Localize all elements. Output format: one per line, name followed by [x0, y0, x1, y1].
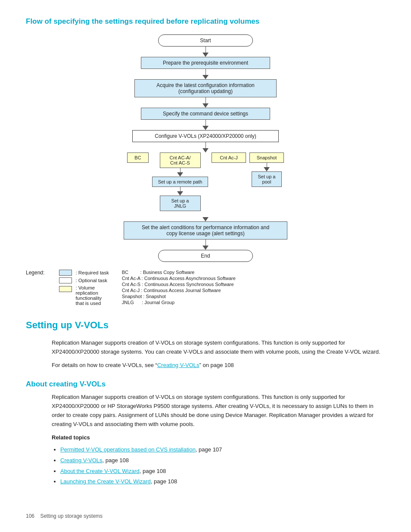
related-topics-label: Related topics [52, 433, 385, 442]
legend-volrep-label: : Volumereplicationfunctionalitythat is … [75, 285, 102, 306]
legend-def-snapshot: Snapshot : Snapshot [122, 294, 236, 299]
arrow-line-4 [206, 120, 206, 126]
vvols-creating-link[interactable]: Creating V-VOLs [157, 362, 199, 368]
legend-def-bc: BC : Business Copy Software [122, 270, 236, 275]
flow-step3: Specify the command device settings [141, 108, 270, 120]
related-suffix-2: , page 108 [103, 457, 129, 464]
vvols-body1: Replication Manager supports creation of… [52, 339, 385, 357]
legend-def-cnt-ac-a: Cnt Ac-A : Continuous Access Asynchronou… [122, 276, 236, 281]
legend-label: Legend: [26, 270, 44, 306]
vvols-body2-prefix: For details on how to create V-VOLs, see… [52, 362, 157, 368]
related-link-4[interactable]: Launching the Create V-VOL Wizard [60, 478, 151, 485]
related-topics-list: Permitted V-VOL operations based on CVS … [60, 445, 385, 487]
cnt-ac-arrow-line [180, 168, 181, 172]
flow-step4: Configure V-VOLs (XP24000/XP20000 only) [132, 130, 279, 142]
related-item-4: Launching the Create V-VOL Wizard, page … [60, 476, 385, 487]
flow-snapshot: Snapshot [249, 152, 284, 163]
snapshot-arrow [264, 167, 270, 171]
legend-required-label: : Required task [75, 270, 109, 275]
arrow-6 [202, 217, 209, 221]
remote-path-arrow-line [180, 187, 181, 191]
arrow-4 [202, 126, 209, 130]
vvols-body2: For details on how to create V-VOLs, see… [52, 361, 385, 370]
cnt-ac-j-col: Cnt Ac-J [212, 152, 246, 163]
flow-cnt-ac: Cnt AC-A/Cnt AC-S [160, 152, 201, 168]
cnt-ac-arrow [177, 172, 183, 177]
legend-volrep: : Volumereplicationfunctionalitythat is … [59, 285, 109, 306]
legend-required: : Required task [59, 270, 109, 276]
flow-step1: Prepare the prerequisite environment [141, 57, 270, 69]
related-suffix-3: , page 108 [140, 468, 166, 474]
legend-definitions: BC : Business Copy Software Cnt Ac-A : C… [122, 270, 236, 306]
legend-optional-box [59, 277, 72, 283]
legend-def-jnlg: JNLG : Journal Group [122, 300, 236, 305]
related-link-1[interactable]: Permitted V-VOL operations based on CVS … [60, 446, 196, 453]
related-suffix-4: , page 108 [151, 478, 177, 485]
bc-col: BC [127, 152, 149, 163]
arrow-2 [202, 75, 209, 79]
flow-pool: Set up apool [252, 171, 282, 187]
legend-items: : Required task : Optional task : Volume… [59, 270, 109, 306]
snapshot-arrow-line [267, 163, 267, 167]
arrow-line-3 [206, 97, 206, 103]
vvols-body2-suffix: ” on page 108 [199, 362, 234, 368]
remote-path-arrow [177, 191, 183, 196]
related-suffix-1: , page 107 [196, 446, 222, 453]
flow-end: End [158, 250, 253, 262]
legend-area: Legend: : Required task : Optional task … [26, 270, 385, 306]
arrow-line-7 [206, 240, 206, 246]
arrow-3 [202, 103, 209, 108]
vvols-title: Setting up V-VOLs [26, 320, 385, 331]
related-link-3[interactable]: About the Create V-VOL Wizard [60, 468, 140, 474]
cnt-ac-col: Cnt AC-A/Cnt AC-S Set up a remote path S… [152, 152, 208, 211]
footer-text: Setting up storage systems [40, 513, 103, 519]
arrow-7 [202, 246, 209, 250]
flow-title: Flow of specifying the settings required… [26, 17, 385, 26]
arrow-line-5 [206, 142, 206, 148]
flow-bc: BC [127, 152, 149, 163]
related-item-2: Creating V-VOLs, page 108 [60, 455, 385, 466]
flow-step2: Acquire the latest configuration informa… [134, 79, 277, 97]
legend-volrep-box [59, 286, 72, 292]
footer-page: 106 [26, 513, 34, 519]
flow-jnlg: Set up aJNLG [160, 196, 201, 211]
snapshot-col: Snapshot Set up apool [249, 152, 284, 187]
legend-required-box [59, 270, 72, 276]
legend-def-cnt-ac-s: Cnt Ac-S : Continuous Access Synchronous… [122, 282, 236, 287]
arrow-line-2 [206, 69, 206, 75]
arrow-5 [202, 148, 209, 152]
about-vvols-title: About creating V-VOLs [26, 380, 385, 389]
flow-diagram: Start Prepare the prerequisite environme… [26, 34, 385, 262]
branch-row: BC Cnt AC-A/Cnt AC-S Set up a remote pat… [127, 152, 284, 211]
related-item-1: Permitted V-VOL operations based on CVS … [60, 445, 385, 455]
flow-step5: Set the alert conditions for performance… [124, 221, 287, 240]
related-link-2[interactable]: Creating V-VOLs [60, 457, 103, 464]
flow-cnt-ac-j: Cnt Ac-J [212, 152, 246, 163]
legend-def-cnt-ac-j: Cnt Ac-J : Continuous Access Journal Sof… [122, 288, 236, 293]
related-item-3: About the Create V-VOL Wizard, page 108 [60, 466, 385, 477]
page-footer: 106 Setting up storage systems [26, 513, 385, 519]
legend-optional: : Optional task [59, 277, 109, 283]
flow-remote-path: Set up a remote path [152, 177, 208, 187]
flow-start: Start [158, 34, 253, 47]
legend-optional-label: : Optional task [75, 278, 107, 283]
arrow-line-1 [206, 47, 206, 53]
about-vvols-body: Replication Manager supports creation of… [52, 393, 385, 429]
arrow-1 [202, 53, 209, 57]
